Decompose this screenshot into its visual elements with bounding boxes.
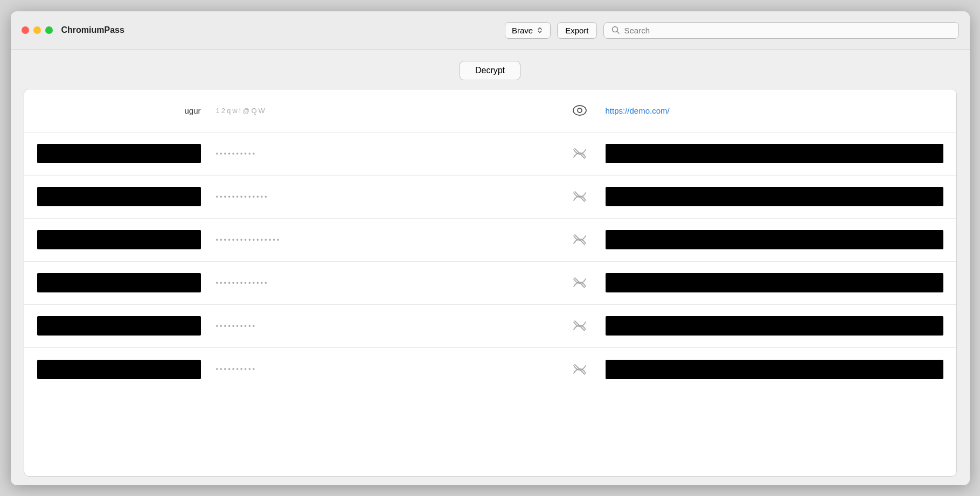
username-cell: [33, 267, 205, 299]
browser-label: Brave: [512, 26, 533, 35]
username-cell: [33, 223, 205, 256]
eye-closed-icon: [573, 277, 587, 289]
redacted-url: [606, 144, 943, 163]
titlebar: ChromiumPass Brave Export: [11, 11, 970, 50]
eye-closed-icon: [573, 191, 587, 202]
password-dots: ••••••••••: [216, 365, 257, 373]
url-cell: [601, 137, 948, 170]
svg-line-3: [575, 149, 585, 158]
url-link[interactable]: https://demo.com/: [606, 106, 670, 115]
table-row: ••••••••••: [24, 305, 956, 348]
url-cell[interactable]: https://demo.com/: [601, 100, 948, 122]
export-button[interactable]: Export: [557, 22, 596, 39]
redacted-url: [606, 230, 943, 249]
table-row: •••••••••••••: [24, 262, 956, 305]
redacted-username: [37, 316, 201, 336]
password-cell: 12qw!@QW: [212, 100, 558, 121]
eye-toggle[interactable]: [565, 141, 595, 166]
password-cell: ••••••••••••••••: [212, 229, 558, 250]
password-dots: 12qw!@QW: [216, 107, 267, 115]
password-cell: ••••••••••: [212, 316, 558, 337]
eye-toggle[interactable]: [565, 313, 595, 338]
svg-line-7: [575, 321, 585, 331]
eye-closed-icon: [573, 234, 587, 246]
username-cell: [33, 353, 205, 386]
eye-open-icon: [573, 105, 587, 116]
username-cell: ugur: [33, 100, 205, 122]
redacted-username: [37, 144, 201, 163]
toolbar-right: Brave Export: [505, 22, 959, 39]
redacted-username: [37, 273, 201, 292]
url-cell: [601, 353, 948, 386]
password-dots: •••••••••••••: [216, 193, 269, 201]
password-cell: ••••••••••: [212, 143, 558, 164]
table-row: •••••••••••••: [24, 176, 956, 219]
password-cell: •••••••••••••: [212, 273, 558, 294]
table-row: ••••••••••: [24, 132, 956, 176]
minimize-button[interactable]: [33, 26, 41, 34]
content-area: Decrypt ugur12qw!@QW https://demo.com/••…: [11, 50, 970, 485]
redacted-username: [37, 360, 201, 379]
svg-line-4: [575, 192, 585, 201]
redacted-url: [606, 187, 943, 206]
password-table: ugur12qw!@QW https://demo.com/••••••••••…: [24, 89, 957, 477]
username-cell: [33, 310, 205, 342]
browser-selector[interactable]: Brave: [505, 22, 551, 39]
url-cell: [601, 267, 948, 299]
svg-point-2: [578, 108, 582, 113]
traffic-lights: [22, 26, 53, 34]
password-cell: ••••••••••: [212, 359, 558, 380]
search-input[interactable]: [624, 26, 951, 35]
svg-point-1: [573, 106, 586, 115]
search-box: [603, 22, 959, 39]
svg-line-5: [575, 235, 585, 244]
table-row: ••••••••••••••••: [24, 219, 956, 262]
svg-line-6: [575, 278, 585, 288]
password-dots: ••••••••••••••••: [216, 236, 281, 244]
table-row: ••••••••••: [24, 348, 956, 391]
url-cell: [601, 223, 948, 256]
close-button[interactable]: [22, 26, 29, 34]
eye-toggle[interactable]: [565, 270, 595, 295]
eye-toggle[interactable]: [565, 357, 595, 382]
password-cell: •••••••••••••: [212, 186, 558, 207]
username-cell: [33, 137, 205, 170]
svg-line-8: [575, 365, 585, 374]
table-row: ugur12qw!@QW https://demo.com/: [24, 89, 956, 132]
eye-toggle[interactable]: [565, 227, 595, 252]
eye-closed-icon: [573, 148, 587, 159]
password-dots: ••••••••••: [216, 322, 257, 330]
maximize-button[interactable]: [45, 26, 53, 34]
redacted-username: [37, 230, 201, 249]
table-body: ugur12qw!@QW https://demo.com/••••••••••…: [24, 89, 956, 391]
eye-toggle[interactable]: [565, 184, 595, 209]
url-cell: [601, 310, 948, 342]
decrypt-button[interactable]: Decrypt: [460, 61, 520, 80]
url-cell: [601, 180, 948, 213]
redacted-url: [606, 360, 943, 379]
search-icon: [611, 26, 620, 34]
username-cell: [33, 180, 205, 213]
chevron-updown-icon: [536, 26, 544, 34]
eye-toggle[interactable]: [565, 99, 595, 122]
eye-closed-icon: [573, 364, 587, 375]
redacted-url: [606, 273, 943, 292]
app-title: ChromiumPass: [61, 25, 124, 35]
redacted-url: [606, 316, 943, 336]
eye-closed-icon: [573, 320, 587, 332]
redacted-username: [37, 187, 201, 206]
password-dots: ••••••••••: [216, 150, 257, 158]
password-dots: •••••••••••••: [216, 279, 269, 287]
app-window: ChromiumPass Brave Export Decrypt: [11, 11, 970, 485]
